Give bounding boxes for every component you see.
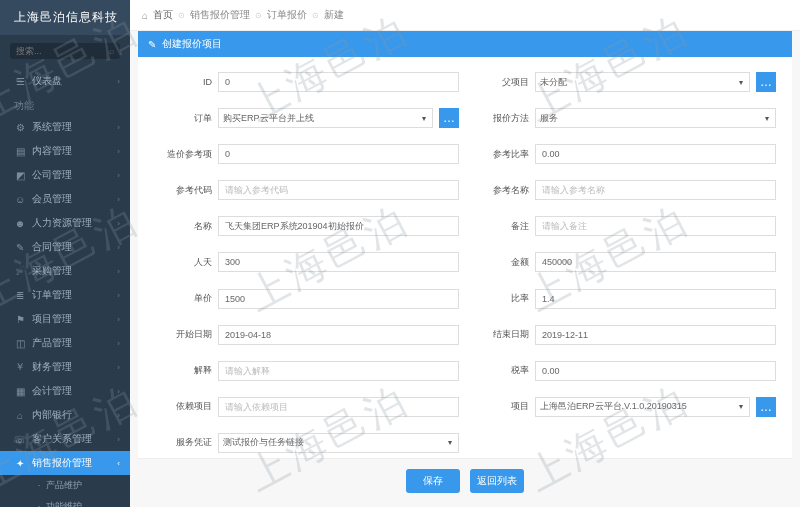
sidebar-item-content[interactable]: ▤内容管理› bbox=[0, 139, 130, 163]
book-icon: ▦ bbox=[14, 386, 26, 397]
tax-input[interactable] bbox=[535, 361, 776, 381]
parent-add-button[interactable]: … bbox=[756, 72, 776, 92]
field-order: 订单购买ERP云平台并上线▾… bbox=[154, 103, 459, 133]
back-button[interactable]: 返回列表 bbox=[470, 469, 524, 493]
panel-title-text: 创建报价项目 bbox=[162, 37, 222, 51]
verify-select[interactable]: 测试报价与任务链接▾ bbox=[218, 433, 459, 453]
field-benchmark: 造价参考项 bbox=[154, 139, 459, 169]
sidebar-search-input[interactable] bbox=[16, 46, 109, 56]
home-icon: ⌂ bbox=[142, 10, 148, 21]
chevron-right-icon: › bbox=[117, 363, 120, 372]
ratio-input[interactable] bbox=[535, 144, 776, 164]
chevron-right-icon: › bbox=[117, 315, 120, 324]
sidebar-item-crm[interactable]: ☏客户关系管理› bbox=[0, 427, 130, 451]
flag-icon: ⚑ bbox=[14, 314, 26, 325]
bank-icon: ⌂ bbox=[14, 410, 26, 421]
field-refcode: 参考代码 bbox=[154, 175, 459, 205]
refcode-input[interactable] bbox=[218, 180, 459, 200]
chevron-right-icon: › bbox=[117, 123, 120, 132]
users-icon: ☻ bbox=[14, 218, 26, 229]
sidebar-item-contract[interactable]: ✎合同管理› bbox=[0, 235, 130, 259]
sidebar-subitem-function[interactable]: ·功能维护 bbox=[30, 496, 130, 507]
form-footer: 保存 返回列表 bbox=[138, 458, 792, 507]
dot-icon: · bbox=[38, 481, 40, 490]
breadcrumb-home[interactable]: 首页 bbox=[153, 8, 173, 22]
breadcrumb: ⌂ 首页 ⊙ 销售报价管理 ⊙ 订单报价 ⊙ 新建 bbox=[130, 0, 800, 31]
project-select[interactable]: 上海邑泊ERP云平台.V.1.0.20190315▾ bbox=[535, 397, 750, 417]
panel-title: ✎ 创建报价项目 bbox=[138, 31, 792, 57]
sidebar-search[interactable]: ⌕ bbox=[10, 43, 120, 59]
explain-input[interactable] bbox=[218, 361, 459, 381]
support-icon: ☏ bbox=[14, 434, 26, 445]
sep-icon: ⊙ bbox=[178, 11, 185, 20]
sidebar-subitem-product[interactable]: ·产品维护 bbox=[30, 475, 130, 496]
field-end: 结束日期 bbox=[471, 320, 776, 350]
sidebar-item-order[interactable]: ≣订单管理› bbox=[0, 283, 130, 307]
id-input[interactable] bbox=[218, 72, 459, 92]
yen-icon: ￥ bbox=[14, 360, 26, 374]
method-select[interactable]: 服务▾ bbox=[535, 108, 776, 128]
order-add-button[interactable]: … bbox=[439, 108, 459, 128]
cart-icon: ☄ bbox=[14, 266, 26, 277]
field-start: 开始日期 bbox=[154, 320, 459, 350]
sidebar-item-system[interactable]: ⚙系统管理› bbox=[0, 115, 130, 139]
field-explain: 解释 bbox=[154, 356, 459, 386]
field-parent: 父项目未分配▾… bbox=[471, 67, 776, 97]
order-select[interactable]: 购买ERP云平台并上线▾ bbox=[218, 108, 433, 128]
caret-down-icon: ▾ bbox=[765, 114, 769, 123]
sidebar-nav: ☰仪表盘› 功能 ⚙系统管理› ▤内容管理› ◩公司管理› ☺会员管理› ☻人力… bbox=[0, 69, 130, 507]
benchmark-input[interactable] bbox=[218, 144, 459, 164]
start-input[interactable] bbox=[218, 325, 459, 345]
sidebar-item-bank[interactable]: ⌂内部银行› bbox=[0, 403, 130, 427]
sidebar-item-member[interactable]: ☺会员管理› bbox=[0, 187, 130, 211]
brand-title: 上海邑泊信息科技 bbox=[0, 0, 130, 35]
list-icon: ≣ bbox=[14, 290, 26, 301]
edit-icon: ✎ bbox=[148, 39, 156, 50]
sidebar-item-product[interactable]: ◫产品管理› bbox=[0, 331, 130, 355]
cube-icon: ◫ bbox=[14, 338, 26, 349]
caret-down-icon: ▾ bbox=[739, 402, 743, 411]
save-button[interactable]: 保存 bbox=[406, 469, 460, 493]
breadcrumb-a[interactable]: 销售报价管理 bbox=[190, 8, 250, 22]
sidebar-item-finance[interactable]: ￥财务管理› bbox=[0, 355, 130, 379]
breadcrumb-b[interactable]: 订单报价 bbox=[267, 8, 307, 22]
sidebar-item-company[interactable]: ◩公司管理› bbox=[0, 163, 130, 187]
field-verify: 服务凭证测试报价与任务链接▾ bbox=[154, 428, 459, 458]
manday-input[interactable] bbox=[218, 252, 459, 272]
building-icon: ◩ bbox=[14, 170, 26, 181]
depend-input[interactable] bbox=[218, 397, 459, 417]
sidebar-item-project[interactable]: ⚑项目管理› bbox=[0, 307, 130, 331]
search-icon: ⌕ bbox=[109, 46, 114, 56]
field-manday: 人天 bbox=[154, 247, 459, 277]
refname-input[interactable] bbox=[535, 180, 776, 200]
chevron-right-icon: › bbox=[117, 147, 120, 156]
chevron-right-icon: › bbox=[117, 77, 120, 86]
end-input[interactable] bbox=[535, 325, 776, 345]
project-add-button[interactable]: … bbox=[756, 397, 776, 417]
chevron-right-icon: › bbox=[117, 411, 120, 420]
name-input[interactable] bbox=[218, 216, 459, 236]
sep-icon: ⊙ bbox=[312, 11, 319, 20]
chevron-right-icon: › bbox=[117, 267, 120, 276]
form: ID 父项目未分配▾… 订单购买ERP云平台并上线▾… 报价方法服务▾ 造价参考… bbox=[138, 57, 792, 458]
field-id: ID bbox=[154, 67, 459, 97]
remark-input[interactable] bbox=[535, 216, 776, 236]
sidebar-item-dashboard[interactable]: ☰仪表盘› bbox=[0, 69, 130, 93]
caret-down-icon: ▾ bbox=[422, 114, 426, 123]
gear-icon: ⚙ bbox=[14, 122, 26, 133]
sidebar-item-account[interactable]: ▦会计管理› bbox=[0, 379, 130, 403]
field-project: 项目上海邑泊ERP云平台.V.1.0.20190315▾… bbox=[471, 392, 776, 422]
amount-input[interactable] bbox=[535, 252, 776, 272]
rate-input[interactable] bbox=[535, 289, 776, 309]
dot-icon: · bbox=[38, 502, 40, 507]
sidebar-item-quote-active[interactable]: ✦销售报价管理‹ bbox=[0, 451, 130, 475]
field-amount: 金额 bbox=[471, 247, 776, 277]
chevron-right-icon: › bbox=[117, 339, 120, 348]
sidebar-item-purchase[interactable]: ☄采购管理› bbox=[0, 259, 130, 283]
chevron-right-icon: › bbox=[117, 435, 120, 444]
price-input[interactable] bbox=[218, 289, 459, 309]
sep-icon: ⊙ bbox=[255, 11, 262, 20]
field-name: 名称 bbox=[154, 211, 459, 241]
parent-select[interactable]: 未分配▾ bbox=[535, 72, 750, 92]
sidebar-item-hr[interactable]: ☻人力资源管理› bbox=[0, 211, 130, 235]
